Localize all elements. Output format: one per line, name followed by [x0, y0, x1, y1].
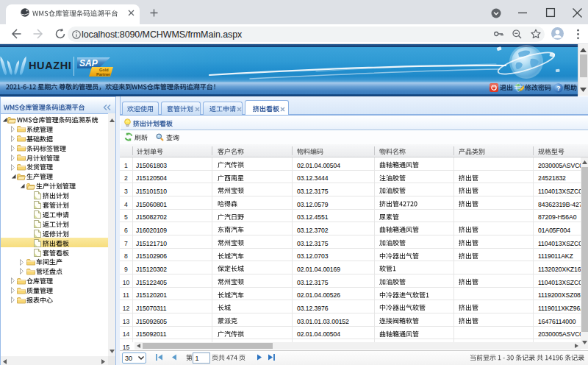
svg-text:?: ? [556, 84, 561, 91]
svg-text:SAP: SAP [79, 58, 98, 68]
svg-text:Partner: Partner [96, 72, 111, 77]
